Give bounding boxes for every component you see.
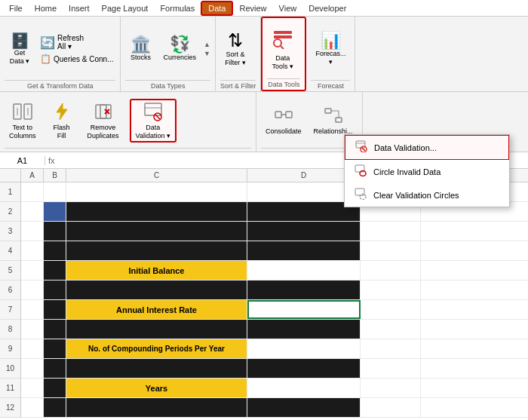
r4-b[interactable] [44, 241, 66, 260]
r7-c-label[interactable]: Annual Interest Rate [66, 300, 247, 319]
menu-view[interactable]: View [273, 2, 303, 14]
dv-item-clear-circles[interactable]: Clear Validation Circles [345, 183, 509, 207]
r7-d[interactable] [247, 300, 361, 319]
r10-c[interactable] [66, 359, 247, 378]
r9-d[interactable] [247, 339, 361, 358]
r6-e[interactable] [361, 281, 421, 299]
r12-e[interactable] [361, 398, 421, 417]
row-3: 3 [0, 222, 20, 241]
r8-b[interactable] [44, 320, 66, 339]
r12-d[interactable] [247, 398, 361, 417]
menu-review[interactable]: Review [233, 2, 272, 14]
table-row[interactable] [21, 320, 528, 339]
r8-c[interactable] [66, 320, 247, 339]
menu-formulas[interactable]: Formulas [154, 2, 201, 14]
r8-a[interactable] [21, 320, 44, 339]
r3-c[interactable] [66, 222, 247, 241]
group-top-forecast: 📊 Forecas...▾ [311, 17, 350, 78]
r6-d[interactable] [247, 281, 361, 299]
table-row[interactable]: No. of Compounding Periods Per Year [21, 339, 528, 359]
r7-a[interactable] [21, 300, 44, 319]
flash-fill-button[interactable]: FlashFill [47, 100, 77, 142]
r11-e[interactable] [361, 379, 421, 397]
data-validation-button[interactable]: DataValidation ▾ [130, 99, 177, 143]
r9-e[interactable] [361, 339, 421, 358]
text-to-columns-icon [13, 102, 32, 123]
menu-developer[interactable]: Developer [302, 2, 352, 14]
r6-c[interactable] [66, 281, 247, 299]
r11-a[interactable] [21, 379, 44, 397]
r12-b[interactable] [44, 398, 66, 417]
refresh-all-button[interactable]: 🔄 RefreshAll ▾ [38, 33, 115, 51]
r2-c[interactable] [66, 202, 247, 221]
r10-a[interactable] [21, 359, 44, 378]
scroll-up-icon[interactable]: ▲ [204, 41, 210, 48]
table-row[interactable] [21, 359, 528, 379]
stocks-button[interactable]: 🏛️ Stocks [125, 35, 155, 63]
r9-a[interactable] [21, 339, 44, 358]
r3-d[interactable] [247, 222, 361, 241]
relationships-button[interactable]: Relationshi... [309, 104, 358, 137]
r5-a[interactable] [21, 261, 44, 280]
r5-b[interactable] [44, 261, 66, 280]
r8-d[interactable] [247, 320, 361, 339]
forecast-button[interactable]: 📊 Forecas...▾ [311, 31, 350, 68]
consolidate-button[interactable]: Consolidate [261, 104, 306, 137]
col-c-header: C [66, 169, 247, 182]
table-row[interactable] [21, 241, 528, 261]
r1-b[interactable] [44, 182, 66, 201]
text-to-columns-button[interactable]: Text toColumns [5, 100, 41, 142]
dv-clear-label: Clear Validation Circles [373, 191, 459, 200]
r3-b[interactable] [44, 222, 66, 241]
table-row[interactable] [21, 398, 528, 418]
queries-conn-button[interactable]: 📋 Queries & Conn... [38, 53, 115, 65]
r10-d[interactable] [247, 359, 361, 378]
remove-duplicates-button[interactable]: RemoveDuplicates [83, 100, 124, 142]
r4-a[interactable] [21, 241, 44, 260]
r6-a[interactable] [21, 281, 44, 299]
menu-insert[interactable]: Insert [63, 2, 96, 14]
scroll-down-icon[interactable]: ▼ [204, 50, 210, 57]
r10-b[interactable] [44, 359, 66, 378]
menu-home[interactable]: Home [29, 2, 63, 14]
r7-e[interactable] [361, 300, 421, 319]
r4-e[interactable] [361, 241, 421, 260]
r4-d[interactable] [247, 241, 361, 260]
r9-b[interactable] [44, 339, 66, 358]
r12-a[interactable] [21, 398, 44, 417]
table-row[interactable]: Initial Balance [21, 261, 528, 281]
name-box[interactable]: A1 [0, 156, 45, 165]
r3-e[interactable] [361, 222, 421, 241]
r1-a[interactable] [21, 182, 44, 201]
r2-b[interactable] [44, 202, 66, 221]
sort-filter-button[interactable]: ⇅ Sort &Filter ▾ [220, 30, 250, 69]
table-row[interactable] [21, 222, 528, 241]
r2-a[interactable] [21, 202, 44, 221]
currencies-button[interactable]: 💱 Currencies [158, 35, 201, 63]
r11-d[interactable] [247, 379, 361, 397]
r5-e[interactable] [361, 261, 421, 280]
menu-file[interactable]: File [3, 2, 29, 14]
dv-item-validation[interactable]: Data Validation... [345, 135, 509, 160]
r10-e[interactable] [361, 359, 421, 378]
dv-item-circle-invalid[interactable]: Circle Invalid Data [345, 160, 509, 183]
r5-d[interactable] [247, 261, 361, 280]
r4-c[interactable] [66, 241, 247, 260]
r11-b[interactable] [44, 379, 66, 397]
table-row[interactable]: Years [21, 379, 528, 398]
r6-b[interactable] [44, 281, 66, 299]
data-tools-button[interactable]: DataTools ▾ [267, 26, 298, 72]
get-data-button[interactable]: 🗄️ GetData ▾ [5, 32, 35, 67]
table-row[interactable] [21, 281, 528, 300]
r12-c[interactable] [66, 398, 247, 417]
r7-b[interactable] [44, 300, 66, 319]
r11-c-label[interactable]: Years [66, 379, 247, 397]
table-row[interactable]: Annual Interest Rate [21, 300, 528, 320]
r5-c-label[interactable]: Initial Balance [66, 261, 247, 280]
r9-c-label[interactable]: No. of Compounding Periods Per Year [66, 339, 247, 358]
menu-pagelayout[interactable]: Page Layout [96, 2, 155, 14]
r1-c[interactable] [66, 182, 247, 201]
r3-a[interactable] [21, 222, 44, 241]
r8-e[interactable] [361, 320, 421, 339]
menu-data[interactable]: Data [201, 1, 233, 16]
